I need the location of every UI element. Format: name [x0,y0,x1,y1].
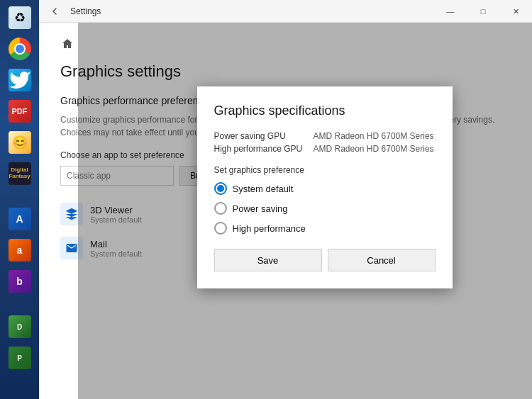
modal-title: Graphics specifications [214,103,436,118]
spec-label-power: Power saving GPU [214,131,314,141]
spec-value-power: AMD Radeon HD 6700M Series [314,131,434,141]
modal-overlay: Graphics specifications Power saving GPU… [78,23,532,399]
window-title: Settings [70,6,101,16]
maximize-button[interactable]: □ [467,0,499,23]
window-topbar: Settings — □ ✕ [39,0,532,23]
radio-system-default[interactable]: System default [214,182,436,195]
taskbar-icon-easeus-d[interactable]: D [6,313,34,341]
taskbar-icon-bird[interactable] [6,66,34,94]
radio-circle-system [214,182,227,195]
radio-circle-highperf [214,222,227,235]
taskbar-icon-chrome[interactable] [6,35,34,63]
radio-label-highperf: High performance [233,223,306,234]
taskbar-icon-df[interactable]: Digital Fantasy [6,159,34,188]
save-button[interactable]: Save [214,249,322,271]
radio-label-system: System default [233,184,294,194]
home-icon[interactable] [60,37,74,51]
radio-power-saving[interactable]: Power saving [214,202,436,215]
radio-high-performance[interactable]: High performance [214,222,436,235]
taskbar: ♻ PDF 😊 Digital Fantasy A a b D P [0,0,39,399]
taskbar-icon-game[interactable]: 😊 [6,128,34,157]
modal-buttons: Save Cancel [214,249,436,271]
pref-section-title: Set graphics preference [214,165,436,175]
taskbar-icon-pdf[interactable]: PDF [6,97,34,125]
radio-label-power: Power saving [233,203,288,214]
cancel-button[interactable]: Cancel [328,249,436,271]
main-window: Settings — □ ✕ Graphics settings Graphic… [39,0,532,399]
taskbar-icon-easeus-p[interactable]: P [6,344,34,372]
spec-row-highperf: High performance GPU AMD Radeon HD 6700M… [214,144,436,154]
specs-section: Power saving GPU AMD Radeon HD 6700M Ser… [214,131,436,154]
back-button[interactable] [45,1,65,21]
close-button[interactable]: ✕ [499,0,532,23]
modal-dialog: Graphics specifications Power saving GPU… [197,86,453,288]
taskbar-icon-recycle[interactable]: ♻ [6,4,34,32]
taskbar-icon-acronis[interactable]: A [6,205,34,233]
spec-value-highperf: AMD Radeon HD 6700M Series [314,144,434,154]
window-controls: — □ ✕ [434,0,532,23]
spec-label-highperf: High performance GPU [214,144,314,154]
taskbar-icon-avast[interactable]: a [6,236,34,264]
minimize-button[interactable]: — [434,0,467,23]
taskbar-icon-blio[interactable]: b [6,267,34,296]
spec-row-power: Power saving GPU AMD Radeon HD 6700M Ser… [214,131,436,141]
radio-circle-power [214,202,227,215]
